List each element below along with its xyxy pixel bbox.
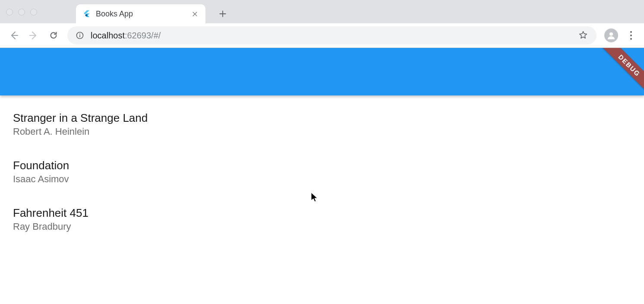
book-list: Stranger in a Strange Land Robert A. Hei… — [0, 95, 644, 254]
book-title: Fahrenheit 451 — [13, 206, 631, 220]
window-maximize-button[interactable] — [30, 9, 37, 16]
forward-button[interactable] — [28, 29, 40, 41]
list-item[interactable]: Stranger in a Strange Land Robert A. Hei… — [13, 103, 631, 151]
book-author: Isaac Asimov — [13, 173, 631, 186]
list-item[interactable]: Foundation Isaac Asimov — [13, 151, 631, 198]
url-port-path: :62693/#/ — [125, 31, 161, 40]
browser-toolbar: localhost:62693/#/ — [0, 23, 644, 48]
site-info-icon[interactable] — [75, 31, 85, 40]
profile-avatar-icon[interactable] — [604, 28, 618, 42]
book-title: Foundation — [13, 158, 631, 173]
svg-rect-2 — [79, 35, 80, 37]
app-bar — [0, 48, 644, 95]
browser-tab[interactable]: Books App — [76, 4, 205, 23]
app-viewport: DEBUG Stranger in a Strange Land Robert … — [0, 48, 644, 254]
tab-title: Books App — [96, 10, 186, 19]
flutter-icon — [82, 10, 91, 18]
window-close-button[interactable] — [6, 9, 13, 16]
window-minimize-button[interactable] — [18, 9, 25, 16]
svg-point-3 — [609, 32, 613, 36]
kebab-menu-icon[interactable] — [626, 30, 636, 41]
browser-chrome: Books App localhost:62693/#/ — [0, 0, 644, 48]
book-author: Ray Bradbury — [13, 220, 631, 233]
list-item[interactable]: Fahrenheit 451 Ray Bradbury — [13, 198, 631, 246]
tab-close-button[interactable] — [191, 10, 199, 18]
book-title: Stranger in a Strange Land — [13, 111, 631, 125]
url-host: localhost — [91, 31, 125, 40]
address-bar[interactable]: localhost:62693/#/ — [67, 26, 597, 44]
tab-strip: Books App — [0, 0, 644, 23]
back-button[interactable] — [8, 29, 20, 41]
window-traffic-lights — [6, 9, 37, 16]
new-tab-button[interactable] — [214, 5, 231, 22]
bookmark-star-icon[interactable] — [578, 30, 589, 41]
book-author: Robert A. Heinlein — [13, 125, 631, 138]
url-text: localhost:62693/#/ — [91, 31, 572, 41]
svg-point-1 — [79, 34, 80, 35]
reload-button[interactable] — [47, 29, 60, 41]
